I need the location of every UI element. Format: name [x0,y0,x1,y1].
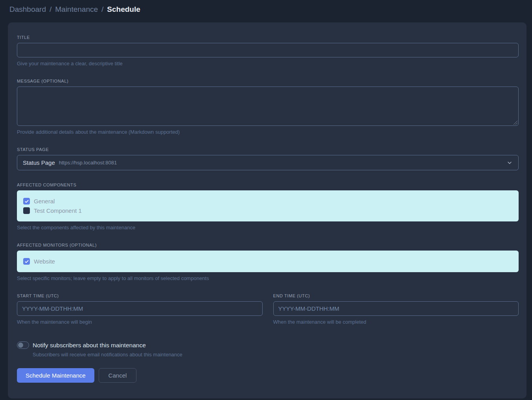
title-field-group: TITLE Give your maintenance a clear, des… [17,35,519,66]
message-field-group: MESSAGE (OPTIONAL) Provide additional de… [17,79,519,135]
status-page-label: STATUS PAGE [17,147,519,152]
end-time-input[interactable] [273,301,519,316]
message-textarea[interactable] [17,87,519,126]
chevron-down-icon [506,160,513,166]
breadcrumb: Dashboard / Maintenance / Schedule [9,5,523,14]
breadcrumb-current: Schedule [107,5,140,14]
status-page-field-group: STATUS PAGE Status Page https://hsp.loca… [17,147,519,170]
breadcrumb-maintenance[interactable]: Maintenance [55,5,98,14]
notify-toggle[interactable] [17,341,29,349]
notify-helper: Subscribers will receive email notificat… [33,352,519,358]
message-textarea-wrap [17,87,519,126]
status-page-select[interactable]: Status Page https://hsp.localhost:8081 [17,155,519,170]
notify-row: Notify subscribers about this maintenanc… [17,341,519,349]
message-helper: Provide additional details about the mai… [17,129,519,135]
toggle-knob-icon [18,343,23,348]
message-label: MESSAGE (OPTIONAL) [17,79,519,83]
checkbox-unchecked-icon[interactable] [23,207,30,214]
breadcrumb-separator: / [101,5,103,14]
form-actions: Schedule Maintenance Cancel [17,368,519,383]
title-input[interactable] [17,43,519,57]
notify-label: Notify subscribers about this maintenanc… [33,342,146,349]
affected-monitors-label: AFFECTED MONITORS (OPTIONAL) [17,243,519,247]
checkbox-option-label: Website [34,258,55,265]
cancel-button[interactable]: Cancel [99,368,137,383]
affected-components-field-group: AFFECTED COMPONENTS GeneralTest Componen… [17,182,519,230]
checkbox-option-website[interactable]: Website [23,258,512,265]
schedule-maintenance-form: TITLE Give your maintenance a clear, des… [8,22,526,398]
topbar: Dashboard / Maintenance / Schedule [0,0,532,14]
start-time-field-group: START TIME (UTC) When the maintenance wi… [17,293,263,325]
checkbox-option-general[interactable]: General [23,198,512,205]
start-time-input[interactable] [17,301,263,316]
schedule-maintenance-button[interactable]: Schedule Maintenance [17,368,94,383]
affected-components-box: GeneralTest Component 1 [17,190,519,221]
status-page-selected-url: https://hsp.localhost:8081 [59,160,117,166]
checkbox-checked-icon[interactable] [23,258,30,265]
checkbox-option-label: Test Component 1 [34,207,82,214]
time-fields-row: START TIME (UTC) When the maintenance wi… [17,293,519,325]
end-time-helper: When the maintenance will be completed [273,319,519,325]
start-time-helper: When the maintenance will begin [17,319,263,325]
start-time-label: START TIME (UTC) [17,293,263,298]
checkbox-option-test-component-1[interactable]: Test Component 1 [23,207,512,214]
title-helper: Give your maintenance a clear, descripti… [17,61,519,66]
affected-components-label: AFFECTED COMPONENTS [17,182,519,187]
checkbox-checked-icon[interactable] [23,198,30,205]
breadcrumb-dashboard[interactable]: Dashboard [9,5,46,14]
notify-section: Notify subscribers about this maintenanc… [17,341,519,358]
checkbox-option-label: General [34,198,55,205]
affected-monitors-field-group: AFFECTED MONITORS (OPTIONAL) Website Sel… [17,243,519,281]
affected-monitors-helper: Select specific monitors; leave empty to… [17,275,519,281]
end-time-label: END TIME (UTC) [273,293,519,298]
breadcrumb-separator: / [50,5,52,14]
end-time-field-group: END TIME (UTC) When the maintenance will… [273,293,519,325]
status-page-selected-name: Status Page [23,159,55,166]
title-label: TITLE [17,35,519,40]
affected-components-helper: Select the components affected by this m… [17,225,519,230]
affected-monitors-box: Website [17,251,519,272]
